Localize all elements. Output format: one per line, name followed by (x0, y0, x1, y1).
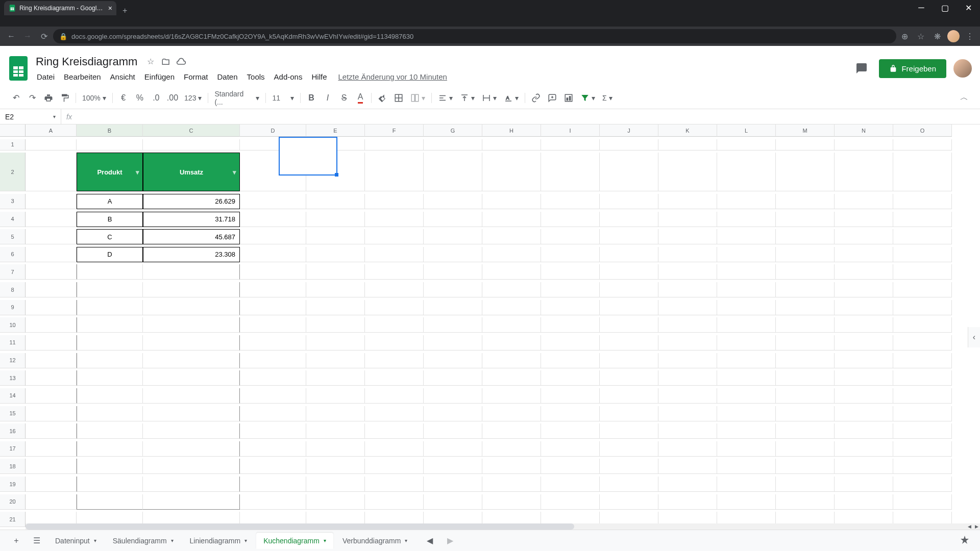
row-header-15[interactable]: 15 (0, 406, 26, 421)
cell-F17[interactable] (365, 441, 424, 457)
cell-E17[interactable] (306, 441, 365, 457)
cell-C8[interactable] (143, 282, 240, 297)
cell-H2[interactable] (482, 153, 541, 191)
cell-J7[interactable] (600, 264, 658, 280)
cell-L20[interactable] (717, 494, 776, 510)
cell-H3[interactable] (482, 194, 541, 209)
cell-F20[interactable] (365, 494, 424, 510)
column-header-J[interactable]: J (600, 124, 658, 137)
cell-H13[interactable] (482, 370, 541, 386)
cell-K1[interactable] (658, 139, 717, 151)
cell-O17[interactable] (893, 441, 952, 457)
cell-reference-box[interactable]: E2 ▾ (0, 109, 61, 124)
cell-E9[interactable] (306, 300, 365, 315)
cell-J1[interactable] (600, 139, 658, 151)
cell-A19[interactable] (26, 477, 77, 492)
cell-H11[interactable] (482, 335, 541, 350)
cell-I19[interactable] (541, 477, 600, 492)
cell-J3[interactable] (600, 194, 658, 209)
cell-C14[interactable] (143, 388, 240, 404)
strikethrough-button[interactable]: S (336, 90, 352, 106)
sheet-tab-verbund[interactable]: Verbunddiagramm▾ (335, 533, 414, 549)
cell-G4[interactable] (424, 212, 482, 227)
cell-L6[interactable] (717, 247, 776, 262)
cell-K13[interactable] (658, 370, 717, 386)
menu-insert[interactable]: Einfügen (140, 70, 179, 83)
cell-O13[interactable] (893, 370, 952, 386)
cell-O9[interactable] (893, 300, 952, 315)
cell-D3[interactable] (240, 194, 306, 209)
cell-N5[interactable] (835, 229, 893, 244)
cell-K16[interactable] (658, 423, 717, 439)
cell-D6[interactable] (240, 247, 306, 262)
sheet-tab-kuchen[interactable]: Kuchendiagramm▾ (256, 533, 333, 549)
close-window-button[interactable]: ✕ (957, 0, 980, 15)
cell-G9[interactable] (424, 300, 482, 315)
cell-C9[interactable] (143, 300, 240, 315)
cell-A8[interactable] (26, 282, 77, 297)
cell-D5[interactable] (240, 229, 306, 244)
cell-L15[interactable] (717, 406, 776, 421)
cell-E15[interactable] (306, 406, 365, 421)
browser-tab[interactable]: Ring Kreisdiagramm - Google Ta × (4, 1, 116, 15)
cell-A10[interactable] (26, 317, 77, 333)
cell-M12[interactable] (776, 353, 835, 368)
cell-M17[interactable] (776, 441, 835, 457)
print-button[interactable] (41, 90, 56, 106)
text-color-button[interactable]: A (353, 90, 368, 106)
cell-I12[interactable] (541, 353, 600, 368)
cell-L2[interactable] (717, 153, 776, 191)
cell-G11[interactable] (424, 335, 482, 350)
cell-I9[interactable] (541, 300, 600, 315)
cell-H5[interactable] (482, 229, 541, 244)
cell-E6[interactable] (306, 247, 365, 262)
cell-B10[interactable] (77, 317, 143, 333)
explore-button[interactable] (957, 533, 973, 549)
column-header-L[interactable]: L (717, 124, 776, 137)
cell-A17[interactable] (26, 441, 77, 457)
cell-G6[interactable] (424, 247, 482, 262)
menu-addons[interactable]: Add-ons (270, 70, 307, 83)
cell-F2[interactable] (365, 153, 424, 191)
cell-G3[interactable] (424, 194, 482, 209)
column-header-E[interactable]: E (306, 124, 365, 137)
row-header-11[interactable]: 11 (0, 335, 26, 350)
cell-A20[interactable] (26, 494, 77, 510)
cell-A16[interactable] (26, 423, 77, 439)
cell-J20[interactable] (600, 494, 658, 510)
column-header-B[interactable]: B (77, 124, 143, 137)
cell-E7[interactable] (306, 264, 365, 280)
cell-H20[interactable] (482, 494, 541, 510)
cell-H1[interactable] (482, 139, 541, 151)
cell-G12[interactable] (424, 353, 482, 368)
cell-C6[interactable]: 23.308 (143, 247, 240, 262)
cell-H10[interactable] (482, 317, 541, 333)
cell-C11[interactable] (143, 335, 240, 350)
cell-O12[interactable] (893, 353, 952, 368)
cell-L1[interactable] (717, 139, 776, 151)
cell-B16[interactable] (77, 423, 143, 439)
row-header-12[interactable]: 12 (0, 353, 26, 368)
cell-K4[interactable] (658, 212, 717, 227)
move-document-icon[interactable] (161, 57, 171, 67)
cell-M11[interactable] (776, 335, 835, 350)
text-rotation-button[interactable]: A▾ (501, 93, 522, 103)
cell-E3[interactable] (306, 194, 365, 209)
cell-M18[interactable] (776, 459, 835, 474)
cell-J17[interactable] (600, 441, 658, 457)
cell-B6[interactable]: D (77, 247, 143, 262)
cell-L13[interactable] (717, 370, 776, 386)
cell-E14[interactable] (306, 388, 365, 404)
cell-A13[interactable] (26, 370, 77, 386)
cell-B15[interactable] (77, 406, 143, 421)
font-size-select[interactable]: 11▾ (269, 94, 297, 102)
cell-I2[interactable] (541, 153, 600, 191)
cell-F10[interactable] (365, 317, 424, 333)
cell-D10[interactable] (240, 317, 306, 333)
cell-E11[interactable] (306, 335, 365, 350)
percent-button[interactable]: % (132, 90, 148, 106)
cell-O18[interactable] (893, 459, 952, 474)
cell-B4[interactable]: B (77, 212, 143, 227)
sheet-tab-linien[interactable]: Liniendiagramm▾ (183, 533, 255, 549)
url-bar[interactable]: 🔒 docs.google.com/spreadsheets/d/16sZAG8… (53, 29, 896, 43)
